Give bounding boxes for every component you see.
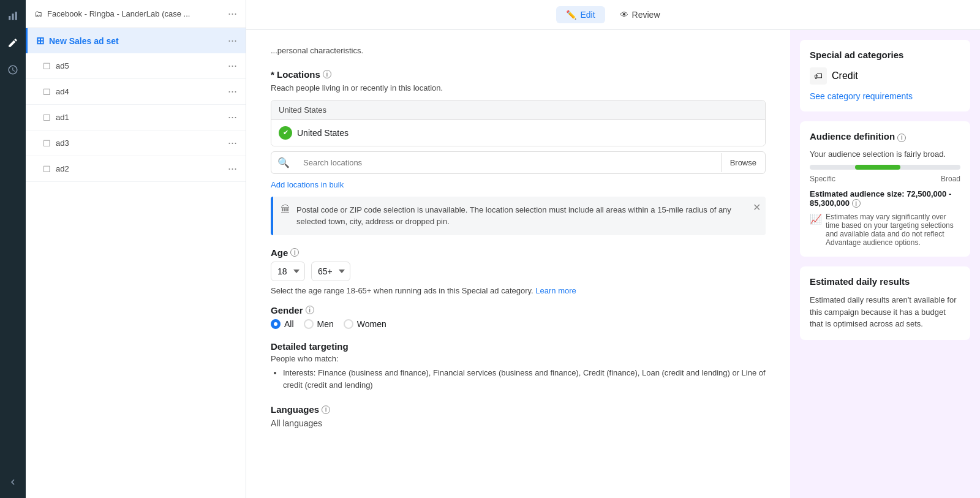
grid-icon: ⊞ — [36, 35, 44, 47]
sidebar-item-ad1[interactable]: ☐ ad1 ··· — [26, 105, 246, 130]
gender-section: Gender i All Men — [271, 305, 766, 329]
locations-info-icon[interactable]: i — [323, 70, 331, 78]
gender-women-radio[interactable] — [344, 319, 353, 329]
form-card: ...personal characteristics. * Locations… — [246, 30, 790, 498]
top-notice: ...personal characteristics. — [271, 45, 766, 57]
nav-header: 🗂 Facebook - Ringba - LanderLab (case ..… — [26, 0, 246, 28]
collapse-icon[interactable] — [4, 473, 21, 491]
left-sidebar — [0, 0, 26, 498]
languages-value: All languages — [271, 418, 766, 428]
top-notice-text: ...personal characteristics. — [271, 46, 363, 55]
age-section: Age i 18 65+ Select the age range 18-65+… — [271, 247, 766, 295]
tag-icon: 🏷 — [810, 67, 827, 85]
location-header: United States — [271, 100, 765, 120]
nav-sub-label: ad3 — [56, 138, 69, 148]
gender-men-radio[interactable] — [304, 319, 314, 329]
trend-icon: 📈 — [810, 213, 822, 225]
eye-icon: 👁 — [620, 10, 628, 20]
gender-women-label: Women — [357, 319, 386, 329]
nav-header-dots[interactable]: ··· — [228, 7, 237, 20]
top-bar: ✏️ Edit 👁 Review — [246, 0, 980, 30]
age-max-select[interactable]: 65+ — [311, 262, 350, 281]
search-locations-container: 🔍 Browse — [271, 151, 766, 174]
nav-main-item[interactable]: ⊞ New Sales ad set ··· — [26, 28, 246, 53]
see-requirements-link[interactable]: See category requirements — [810, 91, 913, 101]
age-min-select[interactable]: 18 — [271, 262, 305, 281]
nav-title: Facebook - Ringba - LanderLab (case ... — [47, 9, 190, 18]
gender-all-option[interactable]: All — [271, 319, 294, 329]
nav-sub-dots[interactable]: ··· — [228, 162, 237, 175]
notice-text: Postal code or ZIP code selection is una… — [296, 204, 758, 228]
form-area: ...personal characteristics. * Locations… — [246, 30, 790, 498]
review-button[interactable]: 👁 Review — [610, 6, 670, 23]
nav-panel: 🗂 Facebook - Ringba - LanderLab (case ..… — [26, 0, 246, 498]
age-label: Age i — [271, 247, 766, 258]
location-item: ✔ United States — [271, 120, 765, 146]
edit-pencil-icon: ✏️ — [566, 10, 576, 20]
bookmark-icon: 🏛 — [281, 204, 290, 215]
nav-sub-label: ad1 — [56, 113, 69, 122]
right-panel: Special ad categories 🏷 Credit See categ… — [790, 30, 980, 498]
interests-text: Interests: Finance (business and finance… — [271, 367, 766, 393]
content-area: ...personal characteristics. * Locations… — [246, 30, 980, 498]
learn-more-link[interactable]: Learn more — [535, 286, 576, 295]
audience-bar-fill — [855, 165, 900, 170]
locations-label: * Locations i — [271, 69, 766, 80]
nav-main-item-left: ⊞ New Sales ad set — [36, 35, 119, 47]
gender-men-option[interactable]: Men — [304, 319, 334, 329]
nav-sub-dots[interactable]: ··· — [228, 111, 237, 124]
edit-label: Edit — [580, 10, 595, 20]
nav-sub-label: ad4 — [56, 87, 69, 96]
clock-icon[interactable] — [4, 61, 21, 78]
edit-button[interactable]: ✏️ Edit — [556, 6, 605, 23]
gender-all-label: All — [284, 319, 294, 329]
age-row: 18 65+ — [271, 262, 766, 281]
gender-info-icon[interactable]: i — [306, 306, 314, 314]
ad-icon: ☐ — [43, 61, 51, 71]
daily-results-text: Estimated daily results aren't available… — [810, 294, 960, 330]
ad-icon: ☐ — [43, 138, 51, 148]
sidebar-item-ad5[interactable]: ☐ ad5 ··· — [26, 53, 246, 79]
browse-button[interactable]: Browse — [721, 153, 765, 172]
age-info-icon[interactable]: i — [290, 248, 299, 257]
audience-note: 📈 Estimates may vary significantly over … — [810, 213, 960, 247]
gender-all-radio[interactable] — [271, 319, 281, 329]
gender-women-option[interactable]: Women — [344, 319, 386, 329]
gender-row: All Men Women — [271, 319, 766, 329]
nav-sub-dots[interactable]: ··· — [228, 85, 237, 98]
gender-men-label: Men — [317, 319, 334, 329]
notice-close-button[interactable]: ✕ — [753, 202, 761, 213]
search-input[interactable] — [296, 153, 721, 172]
ad-icon: ☐ — [43, 164, 51, 174]
people-match-text: People who match: — [271, 354, 766, 363]
audience-size: Estimated audience size: 72,500,000 - 85… — [810, 189, 960, 208]
nav-sub-dots[interactable]: ··· — [228, 137, 237, 149]
sidebar-item-ad4[interactable]: ☐ ad4 ··· — [26, 79, 246, 105]
special-ad-card: Special ad categories 🏷 Credit See categ… — [800, 40, 970, 111]
sidebar-item-ad3[interactable]: ☐ ad3 ··· — [26, 130, 246, 156]
detailed-targeting-label: Detailed targeting — [271, 341, 766, 352]
languages-label: Languages i — [271, 404, 766, 415]
nav-main-label: New Sales ad set — [49, 36, 119, 46]
ad-icon: ☐ — [43, 113, 51, 123]
nav-sub-label: ad2 — [56, 164, 69, 173]
nav-main-dots[interactable]: ··· — [228, 34, 237, 47]
daily-results-card: Estimated daily results Estimated daily … — [800, 266, 970, 340]
analytics-icon[interactable] — [4, 7, 21, 25]
edit-nav-icon[interactable] — [4, 34, 21, 51]
broad-label: Broad — [941, 175, 960, 183]
audience-sub: Your audience selection is fairly broad. — [810, 149, 960, 159]
location-box: United States ✔ United States — [271, 100, 766, 146]
languages-info-icon[interactable]: i — [322, 406, 330, 414]
audience-bar — [810, 165, 960, 170]
notice-box: 🏛 Postal code or ZIP code selection is u… — [271, 197, 766, 235]
audience-labels: Specific Broad — [810, 175, 960, 183]
add-bulk-link[interactable]: Add locations in bulk — [271, 180, 344, 189]
locations-sub: Reach people living in or recently in th… — [271, 83, 766, 92]
size-info-icon[interactable]: i — [852, 199, 861, 208]
ad-icon: ☐ — [43, 87, 51, 97]
audience-info-icon[interactable]: i — [897, 134, 906, 142]
sidebar-item-ad2[interactable]: ☐ ad2 ··· — [26, 156, 246, 182]
nav-sub-dots[interactable]: ··· — [228, 59, 237, 72]
special-ad-title: Special ad categories — [810, 50, 960, 60]
